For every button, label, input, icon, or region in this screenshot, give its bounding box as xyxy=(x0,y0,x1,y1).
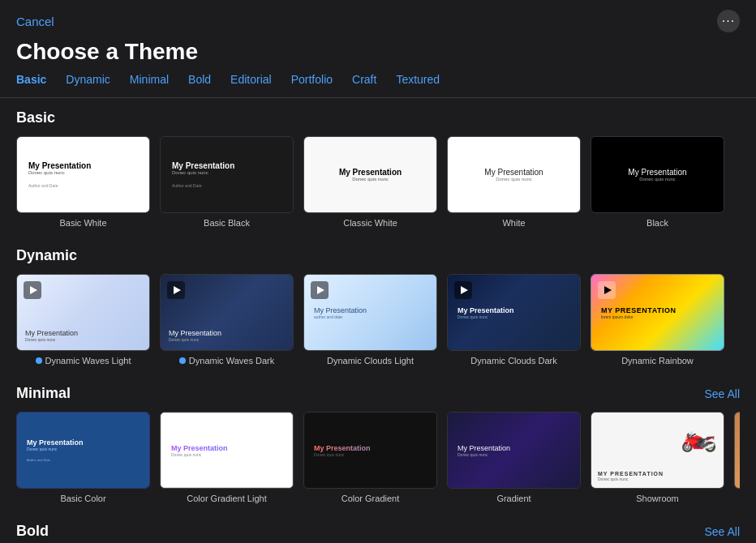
theme-card-dyn-clouds-dark[interactable]: My Presentation Donec quis nunc Dynamic … xyxy=(447,274,581,366)
theme-card-dyn-waves-dark[interactable]: My Presentation Donec quis nunc Dynamic … xyxy=(160,274,294,366)
theme-card-dyn-clouds-light[interactable]: My Presentation author and date Dynamic … xyxy=(303,274,437,366)
thumb-dyn-waves-light: My Presentation Donec quis nunc xyxy=(16,274,150,351)
minimal-see-all-button[interactable]: See All xyxy=(704,387,740,400)
theme-card-showroom[interactable]: 🏍️ MY PRESENTATION Donec quis nunc Showr… xyxy=(591,412,724,503)
section-basic: Basic My Presentation Donec quis nunc Au… xyxy=(16,109,740,228)
section-basic-header: Basic xyxy=(16,109,740,126)
dynamic-theme-grid: My Presentation Donec quis nunc Dynamic … xyxy=(16,274,740,366)
theme-label-dyn-clouds-light: Dynamic Clouds Light xyxy=(327,356,414,366)
tab-textured[interactable]: Textured xyxy=(396,73,440,86)
section-minimal-title: Minimal xyxy=(16,385,71,402)
top-bar: Cancel ··· xyxy=(0,0,756,39)
thumb-color-gradient: My Presentation Donec quis nunc xyxy=(303,412,437,489)
category-tabs: Basic Dynamic Minimal Bold Editorial Por… xyxy=(0,73,756,98)
theme-card-white[interactable]: My Presentation Donec quis nunc White xyxy=(447,136,581,228)
thumb-partial-minimal xyxy=(734,412,740,489)
theme-card-dyn-rainbow[interactable]: MY PRESENTATION lorem ipsum dolor Dynami… xyxy=(591,274,724,366)
play-icon xyxy=(311,281,329,299)
play-icon xyxy=(454,281,472,299)
theme-card-black[interactable]: My Presentation Donec quis nunc Black xyxy=(591,136,724,228)
section-minimal-header: Minimal See All xyxy=(16,385,740,402)
bold-see-all-button[interactable]: See All xyxy=(704,525,740,538)
theme-card-color-gradient[interactable]: My Presentation Donec quis nunc Color Gr… xyxy=(303,412,437,503)
theme-label-classic-white: Classic White xyxy=(343,218,397,228)
thumb-dyn-clouds-light: My Presentation author and date xyxy=(303,274,437,351)
tab-minimal[interactable]: Minimal xyxy=(130,73,169,86)
minimal-theme-grid: My Presentation Donec quis nunc Author a… xyxy=(16,412,740,503)
theme-label-basic-color: Basic Color xyxy=(60,494,105,503)
theme-card-basic-black[interactable]: My Presentation Donec quis nunc Author a… xyxy=(160,136,294,228)
thumb-basic-white: My Presentation Donec quis nunc Author a… xyxy=(16,136,150,213)
theme-card-basic-white[interactable]: My Presentation Donec quis nunc Author a… xyxy=(16,136,150,228)
theme-card-color-gradient-light[interactable]: My Presentation Donec quis nunc Color Gr… xyxy=(160,412,294,503)
dot-indicator xyxy=(36,357,42,364)
theme-card-classic-white[interactable]: My Presentation Donec quis nunc Classic … xyxy=(303,136,437,228)
tab-basic[interactable]: Basic xyxy=(16,73,46,86)
theme-label-white: White xyxy=(502,218,525,228)
section-minimal: Minimal See All My Presentation Donec qu… xyxy=(16,385,740,503)
thumb-showroom: 🏍️ MY PRESENTATION Donec quis nunc xyxy=(591,412,724,489)
tab-craft[interactable]: Craft xyxy=(352,73,376,86)
tab-portfolio[interactable]: Portfolio xyxy=(291,73,333,86)
thumb-white: My Presentation Donec quis nunc xyxy=(447,136,581,213)
thumb-basic-black: My Presentation Donec quis nunc Author a… xyxy=(160,136,294,213)
theme-label-gradient: Gradient xyxy=(496,494,530,503)
section-bold-header: Bold See All xyxy=(16,523,740,540)
thumb-black: My Presentation Donec quis nunc xyxy=(591,136,724,213)
section-bold: Bold See All MY PRESENTATION xyxy=(16,523,740,543)
thumb-dyn-waves-dark: My Presentation Donec quis nunc xyxy=(160,274,294,351)
more-button[interactable]: ··· xyxy=(717,10,740,32)
thumb-classic-white: My Presentation Donec quis nunc xyxy=(303,136,437,213)
main-content: Basic My Presentation Donec quis nunc Au… xyxy=(0,98,756,543)
thumb-color-gradient-light: My Presentation Donec quis nunc xyxy=(160,412,294,489)
tab-dynamic[interactable]: Dynamic xyxy=(66,73,110,86)
section-bold-title: Bold xyxy=(16,523,49,540)
theme-label-basic-black: Basic Black xyxy=(204,218,250,228)
theme-label-dyn-waves-dark: Dynamic Waves Dark xyxy=(179,356,274,366)
theme-card-partial-minimal[interactable] xyxy=(734,412,740,503)
theme-label-color-gradient: Color Gradient xyxy=(341,494,400,503)
play-icon xyxy=(24,281,41,299)
theme-label-dyn-waves-light: Dynamic Waves Light xyxy=(36,356,131,366)
dot-indicator xyxy=(179,357,186,364)
thumb-dyn-rainbow: MY PRESENTATION lorem ipsum dolor xyxy=(591,274,724,351)
cancel-button[interactable]: Cancel xyxy=(16,15,54,28)
theme-label-black: Black xyxy=(646,218,668,228)
theme-card-dyn-waves-light[interactable]: My Presentation Donec quis nunc Dynamic … xyxy=(16,274,150,366)
theme-label-basic-white: Basic White xyxy=(59,218,106,228)
section-dynamic: Dynamic My Presentation Donec quis nunc … xyxy=(16,247,740,366)
theme-label-showroom: Showroom xyxy=(636,494,679,503)
thumb-dyn-clouds-dark: My Presentation Donec quis nunc xyxy=(447,274,581,351)
theme-label-dyn-clouds-dark: Dynamic Clouds Dark xyxy=(470,356,556,366)
thumb-basic-color: My Presentation Donec quis nunc Author a… xyxy=(16,412,150,489)
tab-editorial[interactable]: Editorial xyxy=(230,73,272,86)
section-dynamic-title: Dynamic xyxy=(16,247,77,264)
play-icon xyxy=(167,281,185,299)
page-title: Choose a Theme xyxy=(0,39,756,73)
thumb-gradient: My Presentation Donec quis nunc xyxy=(447,412,581,489)
theme-label-color-gradient-light: Color Gradient Light xyxy=(187,494,266,503)
basic-theme-grid: My Presentation Donec quis nunc Author a… xyxy=(16,136,740,228)
play-icon xyxy=(598,281,616,299)
section-dynamic-header: Dynamic xyxy=(16,247,740,264)
theme-label-dyn-rainbow: Dynamic Rainbow xyxy=(621,356,694,366)
theme-card-gradient[interactable]: My Presentation Donec quis nunc Gradient xyxy=(447,412,581,503)
section-basic-title: Basic xyxy=(16,109,55,126)
tab-bold[interactable]: Bold xyxy=(188,73,211,86)
theme-card-basic-color[interactable]: My Presentation Donec quis nunc Author a… xyxy=(16,412,150,503)
